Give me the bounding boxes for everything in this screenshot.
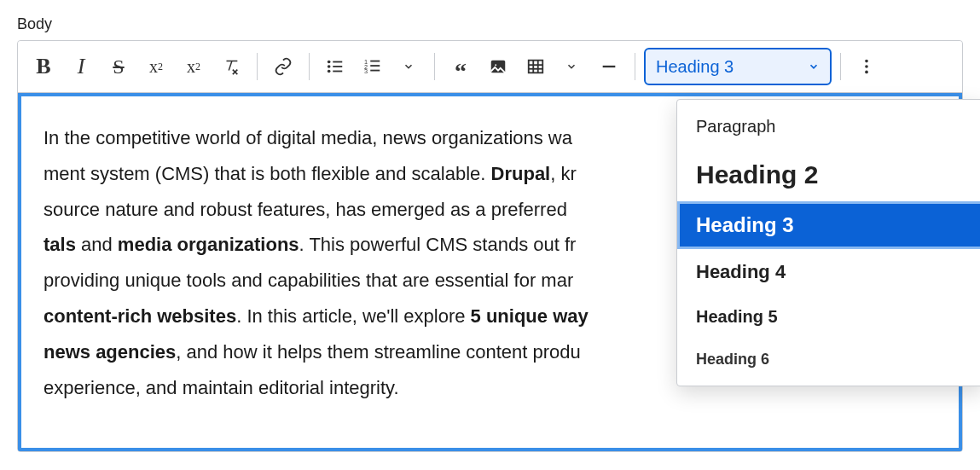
- svg-point-13: [494, 63, 497, 67]
- svg-point-2: [328, 65, 331, 68]
- link-button[interactable]: [266, 49, 300, 84]
- chevron-down-icon: [565, 61, 577, 73]
- heading-option-paragraph[interactable]: Paragraph: [677, 105, 980, 148]
- horizontal-rule-button[interactable]: [592, 49, 626, 84]
- chevron-down-icon: [808, 61, 820, 73]
- toolbar-separator: [434, 53, 435, 80]
- clear-format-icon: [222, 57, 241, 76]
- body-bold: tals: [43, 234, 76, 255]
- body-bold: 5 unique way: [471, 305, 589, 327]
- bulleted-list-button[interactable]: [318, 49, 352, 84]
- heading-option-h6[interactable]: Heading 6: [677, 339, 980, 380]
- heading-option-h3[interactable]: Heading 3: [677, 201, 980, 249]
- image-icon: [489, 57, 507, 76]
- body-text: , kr: [550, 163, 577, 184]
- table-button[interactable]: [519, 49, 553, 84]
- body-text: . This powerful CMS stands out fr: [299, 234, 577, 255]
- svg-point-22: [865, 71, 868, 74]
- italic-button[interactable]: I: [64, 49, 98, 84]
- heading-option-h4[interactable]: Heading 4: [677, 249, 980, 295]
- svg-point-21: [865, 65, 868, 68]
- numbered-list-button[interactable]: 1 2 3: [356, 49, 390, 84]
- svg-rect-11: [370, 70, 380, 72]
- numbered-list-icon: 1 2 3: [363, 57, 382, 76]
- svg-rect-14: [529, 61, 543, 73]
- svg-rect-9: [370, 65, 380, 67]
- toolbar-separator: [635, 53, 635, 80]
- blockquote-button[interactable]: “: [444, 49, 478, 84]
- heading-dropdown[interactable]: Heading 3: [644, 48, 832, 85]
- heading-option-h5[interactable]: Heading 5: [677, 295, 980, 339]
- svg-rect-1: [333, 61, 342, 63]
- rich-text-editor: B I S x2 x2 1 2: [17, 40, 963, 452]
- svg-rect-3: [333, 66, 342, 67]
- heading-dropdown-label: Heading 3: [656, 57, 734, 77]
- svg-rect-5: [333, 71, 342, 73]
- bold-button[interactable]: B: [26, 49, 61, 84]
- more-options-button[interactable]: [850, 49, 884, 84]
- svg-point-4: [328, 70, 331, 73]
- body-bold: Drupal: [491, 163, 551, 184]
- body-text: providing unique tools and capabilities …: [43, 270, 573, 291]
- chevron-down-icon: [403, 61, 415, 73]
- image-button[interactable]: [481, 49, 515, 84]
- body-bold: content-rich websites: [43, 305, 236, 327]
- toolbar-separator: [257, 53, 258, 80]
- svg-rect-7: [370, 61, 380, 62]
- body-text: . In this article, we'll explore: [236, 305, 470, 327]
- heading-dropdown-menu: Paragraph Heading 2 Heading 3 Heading 4 …: [676, 99, 980, 386]
- link-icon: [274, 57, 293, 76]
- toolbar-separator: [309, 53, 310, 80]
- editor-toolbar: B I S x2 x2 1 2: [18, 41, 962, 93]
- table-options-dropdown-button[interactable]: [554, 49, 589, 84]
- svg-point-0: [328, 61, 331, 64]
- field-label: Body: [17, 15, 963, 33]
- subscript-button[interactable]: x2: [177, 49, 211, 84]
- body-text: source nature and robust features, has e…: [43, 199, 567, 220]
- body-bold: media organizations: [118, 234, 299, 255]
- svg-text:3: 3: [364, 67, 368, 75]
- body-text: ment system (CMS) that is both flexible …: [43, 163, 491, 184]
- kebab-icon: [857, 57, 876, 76]
- svg-point-20: [865, 60, 868, 63]
- toolbar-separator: [840, 53, 841, 80]
- body-text: In the competitive world of digital medi…: [43, 127, 572, 148]
- clear-formatting-button[interactable]: [214, 49, 248, 84]
- body-text: and: [76, 234, 118, 255]
- heading-option-h2[interactable]: Heading 2: [677, 148, 980, 201]
- body-text: , and how it helps them streamline conte…: [176, 341, 581, 363]
- table-icon: [526, 57, 545, 76]
- body-text: experience, and maintain editorial integ…: [43, 377, 399, 398]
- bulleted-list-icon: [326, 57, 345, 76]
- body-bold: news agencies: [43, 341, 176, 363]
- strikethrough-button[interactable]: S: [101, 49, 136, 84]
- list-options-dropdown-button[interactable]: [391, 49, 426, 84]
- horizontal-rule-icon: [600, 57, 618, 76]
- superscript-button[interactable]: x2: [139, 49, 173, 84]
